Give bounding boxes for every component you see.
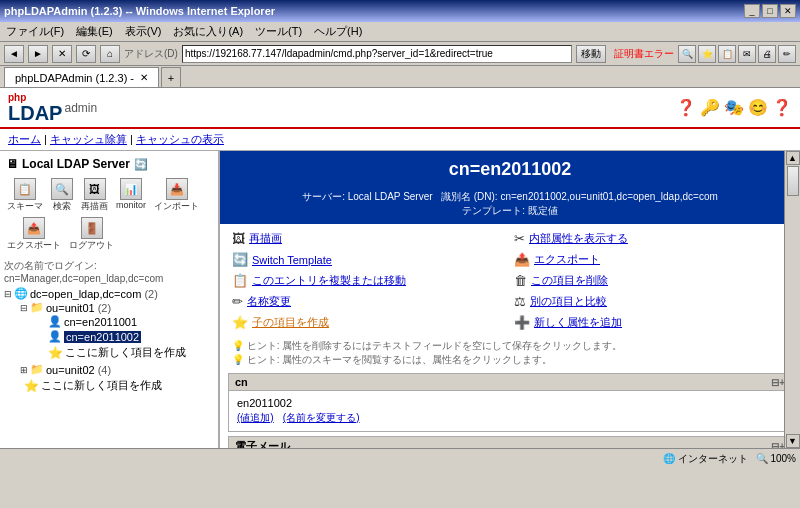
- en2011002-label[interactable]: cn=en2011002: [64, 331, 141, 343]
- nav-cache-show[interactable]: キャッシュの表示: [136, 133, 224, 145]
- root-label[interactable]: dc=open_ldap,dc=com (2): [30, 288, 158, 300]
- home-button[interactable]: ⌂: [100, 45, 120, 63]
- nav-cache-search[interactable]: キャッシュ除算: [50, 133, 127, 145]
- attr-header-icons-email: ⊟+: [771, 441, 785, 448]
- menu-view[interactable]: 表示(V): [119, 22, 168, 41]
- history-toolbar-btn[interactable]: 📋: [718, 45, 736, 63]
- header-question-icon[interactable]: ❓: [676, 98, 696, 117]
- delete-label[interactable]: この項目を削除: [531, 273, 608, 288]
- toolbar-search[interactable]: 🔍 検索: [48, 177, 76, 214]
- action-internal-attrs[interactable]: ✂ 内部属性を表示する: [510, 228, 792, 249]
- menu-favorites[interactable]: お気に入り(A): [167, 22, 249, 41]
- action-switch-template[interactable]: 🔄 Switch Template: [228, 249, 510, 270]
- toolbar-logout[interactable]: 🚪 ログアウト: [66, 216, 117, 253]
- left-panel: 🖥 Local LDAP Server 🔄 📋 スキーマ 🔍 検索 🖼 再描画: [0, 151, 220, 448]
- rename-label[interactable]: 名称変更: [247, 294, 291, 309]
- refresh-button[interactable]: ⟳: [76, 45, 96, 63]
- menu-edit[interactable]: 編集(E): [70, 22, 119, 41]
- close-button[interactable]: ✕: [780, 4, 796, 18]
- print-toolbar-btn[interactable]: 🖨: [758, 45, 776, 63]
- action-copy-move[interactable]: 📋 このエントリを複製または移動: [228, 270, 510, 291]
- action-add-attr[interactable]: ➕ 新しく属性を追加: [510, 312, 792, 333]
- action-redraw[interactable]: 🖼 再描画: [228, 228, 510, 249]
- en2011001-label[interactable]: cn=en2011001: [64, 316, 137, 328]
- menu-file[interactable]: ファイル(F): [0, 22, 70, 41]
- scroll-up[interactable]: ▲: [786, 151, 800, 165]
- toolbar-export[interactable]: 📤 エクスポート: [4, 216, 64, 253]
- new-item-star-unit01: ⭐: [48, 346, 63, 360]
- new-unit01-label[interactable]: ここに新しく項目を作成: [65, 345, 186, 360]
- tab-close-button[interactable]: ✕: [140, 72, 148, 83]
- toolbar-schema[interactable]: 📋 スキーマ: [4, 177, 46, 214]
- forward-button[interactable]: ►: [28, 45, 48, 63]
- mail-toolbar-btn[interactable]: ✉: [738, 45, 756, 63]
- menu-tools[interactable]: ツール(T): [249, 22, 308, 41]
- hint2-text: ヒント: 属性のスキーマを閲覧するには、属性名をクリックします。: [247, 354, 553, 365]
- action-export[interactable]: 📤 エクスポート: [510, 249, 792, 270]
- export-action-label[interactable]: エクスポート: [534, 252, 600, 267]
- maximize-button[interactable]: □: [762, 4, 778, 18]
- action-compare[interactable]: ⚖ 別の項目と比較: [510, 291, 792, 312]
- add-attr-icon: ➕: [514, 315, 530, 330]
- back-button[interactable]: ◄: [4, 45, 24, 63]
- internal-attrs-label[interactable]: 内部属性を表示する: [529, 231, 628, 246]
- action-create-child[interactable]: ⭐ 子の項目を作成: [228, 312, 510, 333]
- menu-help[interactable]: ヘルプ(H): [308, 22, 368, 41]
- redraw-action-label[interactable]: 再描画: [249, 231, 282, 246]
- scroll-thumb[interactable]: [787, 166, 799, 196]
- edit-toolbar-btn[interactable]: ✏: [778, 45, 796, 63]
- address-input[interactable]: [182, 45, 572, 63]
- tree-en2011002[interactable]: 👤 cn=en2011002: [36, 329, 214, 344]
- attr-add-value-cn[interactable]: (値追加): [237, 412, 274, 423]
- attr-name-cn[interactable]: cn: [235, 376, 248, 388]
- go-button[interactable]: 移動: [576, 45, 606, 63]
- unit02-label[interactable]: ou=unit02 (4): [46, 364, 111, 376]
- header-help-icon[interactable]: ❓: [772, 98, 792, 117]
- toolbar-monitor[interactable]: 📊 monitor: [113, 177, 149, 214]
- unit02-expand[interactable]: ⊞: [20, 365, 28, 375]
- logout-icon: 🚪: [81, 217, 103, 239]
- copy-move-label[interactable]: このエントリを複製または移動: [252, 273, 406, 288]
- unit01-expand[interactable]: ⊟: [20, 303, 28, 313]
- create-child-label[interactable]: 子の項目を作成: [252, 315, 329, 330]
- refresh-icon[interactable]: 🔄: [134, 158, 148, 171]
- attr-body-cn: en2011002 (値追加) (名前を変更する): [229, 391, 791, 431]
- attr-header-email: 電子メール ⊟+: [229, 437, 791, 448]
- tree-new-root[interactable]: ⭐ ここに新しく項目を作成: [20, 377, 214, 394]
- server-label-right: サーバー: Local LDAP Server: [302, 191, 432, 202]
- attr-name-email[interactable]: 電子メール: [235, 439, 290, 448]
- unit02-count: (4): [98, 364, 111, 376]
- schema-icon: 📋: [14, 178, 36, 200]
- search-toolbar-btn[interactable]: 🔍: [678, 45, 696, 63]
- unit01-label[interactable]: ou=unit01 (2): [46, 302, 111, 314]
- minimize-button[interactable]: _: [744, 4, 760, 18]
- action-delete[interactable]: 🗑 この項目を削除: [510, 270, 792, 291]
- new-root-label[interactable]: ここに新しく項目を作成: [41, 378, 162, 393]
- unit01-name: ou=unit01: [46, 302, 95, 314]
- toolbar-import[interactable]: 📥 インポート: [151, 177, 202, 214]
- window-controls[interactable]: _ □ ✕: [744, 4, 796, 18]
- header-smiley-icon[interactable]: 😊: [748, 98, 768, 117]
- switch-template-label[interactable]: Switch Template: [252, 254, 332, 266]
- tree-new-unit01[interactable]: ⭐ ここに新しく項目を作成: [36, 344, 214, 361]
- root-expand[interactable]: ⊟: [4, 289, 12, 299]
- server-label: Local LDAP Server: [22, 157, 130, 171]
- scroll-down[interactable]: ▼: [786, 434, 800, 448]
- zoom-level: 🌐 インターネット: [663, 452, 748, 466]
- favorites-toolbar-btn[interactable]: ⭐: [698, 45, 716, 63]
- new-tab-button[interactable]: +: [161, 67, 181, 87]
- entry-header: cn=en2011002: [220, 151, 800, 188]
- action-rename[interactable]: ✏ 名称変更: [228, 291, 510, 312]
- attr-rename-cn[interactable]: (名前を変更する): [283, 412, 360, 423]
- nav-home[interactable]: ホーム: [8, 133, 41, 145]
- header-lock-icon[interactable]: 🔑: [700, 98, 720, 117]
- stop-button[interactable]: ✕: [52, 45, 72, 63]
- toolbar-redraw[interactable]: 🖼 再描画: [78, 177, 111, 214]
- compare-label[interactable]: 別の項目と比較: [530, 294, 607, 309]
- tree-en2011001[interactable]: 👤 cn=en2011001: [36, 314, 214, 329]
- unit01-count: (2): [98, 302, 111, 314]
- add-attr-label[interactable]: 新しく属性を追加: [534, 315, 622, 330]
- header-info-icon[interactable]: 🎭: [724, 98, 744, 117]
- scrollbar[interactable]: ▲ ▼: [784, 151, 800, 448]
- browser-tab[interactable]: phpLDAPAdmin (1.2.3) - ✕: [4, 67, 159, 87]
